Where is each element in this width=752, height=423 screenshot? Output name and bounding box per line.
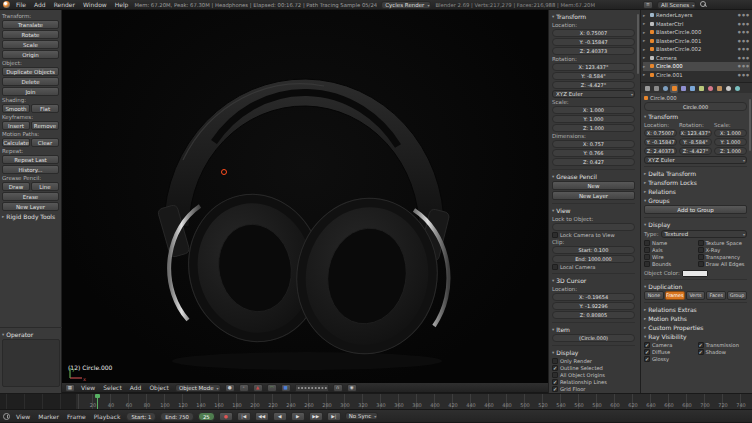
shade-flat-button[interactable]: Flat	[31, 104, 59, 113]
search-icon[interactable]	[700, 1, 707, 8]
properties-tab-physics-icon[interactable]	[733, 84, 741, 93]
outliner-editor-icon[interactable]: ≡	[643, 1, 653, 9]
disclosure-icon[interactable]: ▸	[643, 38, 648, 43]
show-wire-checkbox[interactable]: Wire	[644, 254, 694, 260]
timeline-menu-view[interactable]: View	[14, 413, 32, 420]
grease-pencil-panel-header[interactable]: Grease Pencil	[552, 172, 635, 181]
transform-locks-panel-header[interactable]: Transform Locks	[644, 178, 747, 187]
visibility-toggles[interactable]: ●●●	[738, 39, 750, 43]
transform-panel-header[interactable]: Transform	[552, 12, 635, 21]
snap-magnet-icon[interactable]: ∩	[333, 384, 343, 392]
item-name-field[interactable]: (Circle.000)	[552, 334, 635, 342]
operator-panel-header[interactable]: Operator	[2, 330, 60, 339]
lock-camera-checkbox[interactable]: Lock Camera to View	[552, 232, 635, 238]
dimension-field[interactable]: Y: 0.766	[552, 149, 635, 157]
location-field[interactable]: Y: -0.15847	[552, 38, 635, 46]
rigid-body-tools-panel-header[interactable]: Rigid Body Tools	[2, 212, 59, 221]
duplicate-button[interactable]: Duplicate Objects	[2, 67, 59, 76]
layer-grid[interactable]	[295, 384, 329, 392]
shade-smooth-button[interactable]: Smooth	[2, 104, 30, 113]
object-color-swatch[interactable]	[682, 270, 708, 277]
rotate-button[interactable]: Rotate	[2, 30, 59, 39]
timeline-menu-playback[interactable]: Playback	[92, 413, 123, 420]
current-frame-playhead[interactable]	[97, 394, 98, 410]
repeat-last-button[interactable]: Repeat Last	[2, 155, 59, 164]
history-button[interactable]: History...	[2, 165, 59, 174]
gp-new-layer-button[interactable]: New Layer	[552, 191, 635, 200]
relations-extras-panel-header[interactable]: Relations Extras	[644, 305, 747, 314]
disclosure-icon[interactable]: ▸	[643, 21, 648, 26]
motion-paths-panel-header[interactable]: Motion Paths	[644, 314, 747, 323]
scale-field[interactable]: Z: 1.000	[714, 147, 747, 155]
clip-end-field[interactable]: End: 1000.000	[552, 255, 635, 263]
render-opengl-icon[interactable]: ◉	[347, 384, 357, 392]
rotation-field[interactable]: X: 123.437°	[552, 63, 635, 71]
gp-new-button[interactable]: New	[552, 181, 635, 190]
custom-properties-panel-header[interactable]: Custom Properties	[644, 323, 747, 332]
properties-tab-render-icon[interactable]	[643, 84, 651, 93]
duplication-frames-button[interactable]: Frames	[665, 291, 685, 300]
properties-tab-material-icon[interactable]	[706, 84, 714, 93]
relations-panel-header[interactable]: Relations	[644, 187, 747, 196]
properties-tab-data-icon[interactable]	[697, 84, 705, 93]
menu-window[interactable]: Window	[81, 1, 109, 8]
properties-tab-object-icon[interactable]	[670, 84, 678, 93]
disclosure-icon[interactable]: ▸	[643, 64, 648, 69]
draw-all-edges-checkbox[interactable]: Draw All Edges	[698, 261, 748, 267]
remove-keyframe-button[interactable]: Remove	[31, 121, 59, 130]
ray-diffuse-checkbox[interactable]: Diffuse	[644, 349, 694, 355]
prev-keyframe-button[interactable]: ◀◀	[255, 412, 269, 421]
gp-erase-button[interactable]: Erase	[2, 192, 59, 201]
xray-checkbox[interactable]: X-Ray	[698, 247, 748, 253]
translate-button[interactable]: Translate	[2, 20, 59, 29]
lock-to-object-field[interactable]	[552, 223, 635, 231]
mode-select[interactable]: Object Mode	[175, 384, 221, 392]
ray-camera-checkbox[interactable]: Camera	[644, 342, 694, 348]
scale-field[interactable]: X: 1.000	[714, 129, 747, 137]
cursor-field[interactable]: Y: -1.92296	[552, 302, 635, 310]
duplication-group-button[interactable]: Group	[727, 291, 747, 300]
scale-button[interactable]: Scale	[2, 40, 59, 49]
texture-space-checkbox[interactable]: Texture Space	[698, 240, 748, 246]
clear-paths-button[interactable]: Clear	[31, 138, 59, 147]
visibility-toggles[interactable]: ●●●	[738, 22, 750, 26]
scale-field[interactable]: Y: 1.000	[714, 138, 747, 146]
cursor-field[interactable]: X: -0.19654	[552, 293, 635, 301]
properties-tab-constraints-icon[interactable]	[679, 84, 687, 93]
display-panel-header[interactable]: Display	[552, 348, 635, 357]
outliner-row[interactable]: ▸ BlasterCircle.002●●●	[643, 45, 750, 54]
rotation-mode-select[interactable]: XYZ Euler	[644, 156, 747, 164]
scale-field[interactable]: X: 1.000	[552, 106, 635, 114]
gp-line-button[interactable]: Line	[31, 182, 59, 191]
ray-visibility-panel-header[interactable]: Ray Visibility	[644, 332, 747, 341]
rotation-field[interactable]: Z: -4.427°	[679, 147, 712, 155]
local-camera-checkbox[interactable]: Local Camera	[552, 264, 635, 270]
relationship-lines-checkbox[interactable]: Relationship Lines	[552, 379, 635, 385]
show-bounds-checkbox[interactable]: Bounds	[644, 261, 694, 267]
viewport-menu-object[interactable]: Object	[147, 384, 171, 391]
outliner-row[interactable]: ▸ BlasterCircle.000●●●	[643, 28, 750, 37]
ray-shadow-checkbox[interactable]: Shadow	[698, 349, 748, 355]
properties-tab-scene-icon[interactable]	[652, 84, 660, 93]
menu-help[interactable]: Help	[113, 1, 131, 8]
disclosure-icon[interactable]: ▸	[643, 13, 648, 18]
visibility-toggles[interactable]: ●●●	[738, 13, 750, 17]
join-button[interactable]: Join	[2, 87, 59, 96]
display-type-select[interactable]: Textured	[661, 230, 748, 238]
object-name-field[interactable]: Circle.000	[644, 102, 747, 111]
groups-panel-header[interactable]: Groups	[644, 196, 747, 205]
next-keyframe-button[interactable]: ▶▶	[309, 412, 323, 421]
gp-draw-button[interactable]: Draw	[2, 182, 30, 191]
visibility-toggles[interactable]: ●●●	[738, 30, 750, 34]
frame-end-field[interactable]: End: 750	[160, 412, 194, 421]
cursor-field[interactable]: Z: 0.80805	[552, 311, 635, 319]
transform-panel-header[interactable]: Transform	[644, 112, 747, 121]
playback-sync-select[interactable]: No Sync	[345, 412, 378, 420]
pivot-point-icon[interactable]: ◦	[239, 384, 249, 392]
visibility-toggles[interactable]: ●●●	[738, 73, 750, 77]
menu-render[interactable]: Render	[52, 1, 77, 8]
outliner-row[interactable]: ▸ Camera●●●	[643, 54, 750, 63]
jump-to-start-button[interactable]: |◀	[237, 412, 251, 421]
current-frame-field[interactable]: 25	[198, 412, 215, 421]
disclosure-icon[interactable]: ▸	[643, 30, 648, 35]
